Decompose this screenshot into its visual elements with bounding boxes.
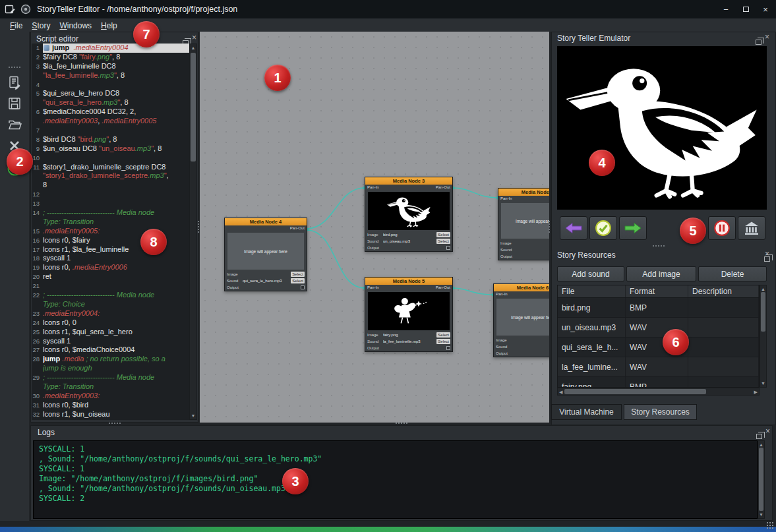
log-line: SYSCALL: 2 [39, 494, 752, 504]
port-in[interactable]: Pan-In [367, 185, 379, 191]
float-panel-icon[interactable] [756, 434, 762, 439]
node-graph-canvas[interactable]: Media Node 4Pan-OutImage will appear her… [200, 32, 549, 423]
code-row: 20ret [32, 272, 189, 281]
node-select-button[interactable]: Select [291, 272, 305, 277]
column-description[interactable]: Description [688, 285, 759, 297]
splitter-handle[interactable] [198, 221, 200, 233]
port-in[interactable]: Pan-In [500, 196, 512, 202]
menu-file[interactable]: File [5, 20, 27, 32]
code-row: 6$mediaChoice0004 DC32, 2, [32, 107, 189, 117]
line-number: 12 [32, 190, 43, 199]
node-select-button[interactable]: Select [436, 339, 450, 344]
new-script-button[interactable] [6, 74, 23, 91]
media-node[interactable]: Media Node 2Pan-InImage will appear here… [498, 188, 549, 260]
cell-description [688, 298, 759, 317]
script-editor-text[interactable]: 1jump .mediaEntry00042$fairy DC8 "fairy.… [32, 44, 189, 420]
line-number: 10 [32, 154, 43, 163]
resources-table-header[interactable]: File Format Description [557, 285, 760, 298]
code-row: 3$la_fee_luminelle DC8 [32, 62, 189, 71]
code-row: Type: Transition [32, 382, 189, 392]
port-out[interactable]: Pan-Out [436, 185, 450, 191]
scrollbar-thumb[interactable] [564, 389, 706, 394]
scrollbar-thumb[interactable] [761, 292, 765, 332]
tab-virtual-machine[interactable]: Virtual Machine [551, 404, 622, 420]
cell-file: un_oiseau.mp3 [558, 318, 626, 337]
resource-row[interactable]: bird.pngBMP [558, 298, 759, 318]
scroll-up-icon[interactable]: ▲ [758, 442, 764, 448]
scrollbar-thumb[interactable] [759, 448, 763, 511]
status-gradient-bar [0, 527, 776, 532]
previous-button[interactable] [560, 216, 587, 240]
maximize-button[interactable] [738, 2, 754, 16]
node-output-checkbox[interactable] [301, 285, 305, 289]
float-panel-icon[interactable] [756, 40, 761, 45]
add-image-button[interactable]: Add image [626, 266, 696, 281]
media-node[interactable]: Media Node 5Pan-InPan-OutImagefairy.pngS… [365, 277, 453, 352]
node-title: Media Node 4 [225, 218, 307, 225]
delete-resource-button[interactable]: Delete [698, 266, 767, 281]
node-image-preview: Image will appear here [501, 203, 549, 239]
menu-story[interactable]: Story [27, 20, 55, 32]
resource-row[interactable]: fairy.pngBMP [558, 377, 759, 388]
close-panel-icon[interactable]: × [765, 428, 770, 434]
next-button[interactable] [619, 216, 647, 240]
resource-row[interactable]: un_oiseau.mp3WAV [558, 318, 759, 338]
column-format[interactable]: Format [626, 285, 688, 297]
scroll-down-icon[interactable]: ▼ [760, 380, 766, 386]
node-select-button[interactable]: Select [291, 278, 305, 283]
splitter-handle[interactable] [549, 221, 551, 233]
resource-row[interactable]: qui_sera_le_h...WAV [558, 338, 759, 357]
node-output-checkbox[interactable] [446, 346, 450, 350]
scroll-right-icon[interactable]: ▶ [754, 389, 758, 395]
node-select-button[interactable]: Select [436, 332, 450, 338]
port-in[interactable]: Pan-In [496, 292, 508, 297]
media-node[interactable]: Media Node 4Pan-OutImage will appear her… [224, 218, 307, 291]
resize-grip[interactable] [766, 521, 774, 529]
splitter-handle[interactable] [396, 423, 407, 425]
emulator-title: Story Teller Emulator [557, 34, 630, 43]
node-output-checkbox[interactable] [446, 246, 450, 250]
minimize-button[interactable]: − [718, 2, 734, 16]
node-select-button[interactable]: Select [436, 239, 450, 244]
emulator-screen [557, 46, 767, 210]
scroll-up-icon[interactable]: ▲ [190, 45, 196, 51]
scroll-down-icon[interactable]: ▼ [190, 413, 196, 419]
node-select-button[interactable]: Select [436, 232, 450, 237]
media-node[interactable]: Media Node 3Pan-InPan-OutImagebird.pngSe… [365, 177, 453, 252]
scrollbar-thumb[interactable] [191, 53, 196, 162]
code-row: "story1_drako_luminelle_sceptre.mp3", [32, 171, 189, 181]
tab-story-resources[interactable]: Story Resources [624, 404, 697, 420]
splitter-handle[interactable] [653, 245, 665, 247]
close-panel-icon[interactable]: × [765, 34, 769, 40]
media-node[interactable]: Media Node 6Pan-InImage will appear here… [493, 283, 549, 357]
menu-windows[interactable]: Windows [55, 20, 96, 32]
open-button[interactable] [6, 116, 23, 133]
scroll-left-icon[interactable]: ◀ [559, 389, 562, 395]
splitter-handle[interactable] [109, 423, 121, 425]
annotation-badge: 3 [282, 468, 309, 494]
pause-button[interactable] [708, 216, 736, 240]
toolbar-grip[interactable] [9, 67, 20, 69]
close-panel-icon[interactable]: × [192, 34, 196, 41]
line-number: 29 [32, 373, 43, 382]
scroll-up-icon[interactable]: ▲ [760, 286, 766, 292]
add-sound-button[interactable]: Add sound [557, 266, 624, 281]
log-line: SYSCALL: 1 [39, 444, 752, 454]
scroll-down-icon[interactable]: ▼ [758, 512, 764, 517]
validate-button[interactable] [589, 216, 617, 240]
close-panel-icon[interactable]: × [765, 251, 769, 257]
line-number [32, 300, 43, 309]
node-field-label: Sound [367, 340, 382, 343]
home-button[interactable] [738, 216, 765, 240]
column-file[interactable]: File [558, 285, 626, 297]
line-number: 9 [32, 144, 43, 154]
save-button[interactable] [6, 95, 23, 112]
resource-row[interactable]: la_fee_lumine...WAV [558, 357, 759, 377]
port-out[interactable]: Pan-Out [290, 226, 305, 231]
building-icon [744, 221, 760, 235]
port-out[interactable]: Pan-Out [436, 285, 450, 291]
line-number: 28 [32, 355, 43, 364]
close-button[interactable]: × [758, 2, 773, 16]
menu-help[interactable]: Help [96, 20, 122, 32]
port-in[interactable]: Pan-In [367, 285, 379, 291]
